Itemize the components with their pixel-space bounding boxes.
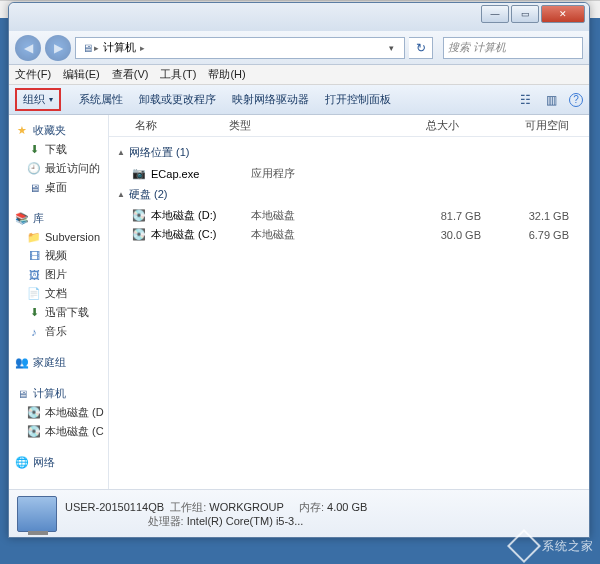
sidebar-item-recent[interactable]: 🕘最近访问的 — [9, 159, 108, 178]
preview-pane-icon[interactable]: ▥ — [543, 92, 559, 108]
item-name: 本地磁盘 (C:) — [151, 227, 251, 242]
back-button[interactable]: ◀ — [15, 35, 41, 61]
map-network-drive-button[interactable]: 映射网络驱动器 — [224, 92, 317, 107]
sidebar-item-label: 图片 — [45, 267, 67, 282]
sidebar-item-documents[interactable]: 📄文档 — [9, 284, 108, 303]
system-properties-button[interactable]: 系统属性 — [71, 92, 131, 107]
view-mode-icon[interactable]: ☷ — [517, 92, 533, 108]
library-icon: 📚 — [15, 212, 29, 226]
column-total-size[interactable]: 总大小 — [349, 118, 469, 133]
drive-icon: 💽 — [27, 425, 41, 439]
download-icon: ⬇ — [27, 143, 41, 157]
menu-file[interactable]: 文件(F) — [15, 67, 51, 82]
video-icon: 🎞 — [27, 249, 41, 263]
item-type: 应用程序 — [251, 166, 371, 181]
address-dropdown[interactable]: ▾ — [382, 43, 400, 53]
group-network-location[interactable]: ▲网络位置 (1) — [109, 141, 589, 164]
item-type: 本地磁盘 — [251, 208, 371, 223]
sidebar-item-label: 本地磁盘 (D — [45, 405, 104, 420]
help-icon[interactable]: ? — [569, 93, 583, 107]
refresh-button[interactable]: ↻ — [409, 37, 433, 59]
menu-help[interactable]: 帮助(H) — [208, 67, 245, 82]
minimize-button[interactable]: — — [481, 5, 509, 23]
memory-label: 内存: — [299, 501, 324, 513]
sidebar-item-label: 下载 — [45, 142, 67, 157]
details-pane: USER-20150114QB 工作组: WORKGROUP 内存: 4.00 … — [9, 489, 589, 537]
column-free-space[interactable]: 可用空间 — [469, 118, 589, 133]
details-info: USER-20150114QB 工作组: WORKGROUP 内存: 4.00 … — [65, 500, 367, 528]
network-icon: 🌐 — [15, 456, 29, 470]
sidebar-item-music[interactable]: ♪音乐 — [9, 322, 108, 341]
list-item-ecap[interactable]: 📷 ECap.exe 应用程序 — [109, 164, 589, 183]
menu-tools[interactable]: 工具(T) — [160, 67, 196, 82]
navigation-pane: ★收藏夹 ⬇下载 🕘最近访问的 🖥桌面 📚库 📁Subversion 🎞视频 🖼… — [9, 115, 109, 489]
music-icon: ♪ — [27, 325, 41, 339]
sidebar-item-label: 迅雷下载 — [45, 305, 89, 320]
sidebar-item-drive-d[interactable]: 💽本地磁盘 (D — [9, 403, 108, 422]
column-name[interactable]: 名称 — [109, 118, 229, 133]
sidebar-item-desktop[interactable]: 🖥桌面 — [9, 178, 108, 197]
sidebar-item-xunlei[interactable]: ⬇迅雷下载 — [9, 303, 108, 322]
sidebar-item-downloads[interactable]: ⬇下载 — [9, 140, 108, 159]
homegroup-icon: 👥 — [15, 356, 29, 370]
search-input[interactable]: 搜索 计算机 — [443, 37, 583, 59]
address-bar[interactable]: 🖥 ▸ 计算机 ▸ ▾ — [75, 37, 405, 59]
maximize-button[interactable]: ▭ — [511, 5, 539, 23]
toolbar: 组织 ▾ 系统属性 卸载或更改程序 映射网络驱动器 打开控制面板 ☷ ▥ ? — [9, 85, 589, 115]
organize-button[interactable]: 组织 ▾ — [15, 88, 61, 111]
search-placeholder: 搜索 计算机 — [448, 40, 506, 55]
download-icon: ⬇ — [27, 306, 41, 320]
sidebar-favorites[interactable]: ★收藏夹 — [9, 121, 108, 140]
sidebar-label: 网络 — [33, 455, 55, 470]
sidebar-network[interactable]: 🌐网络 — [9, 453, 108, 472]
menu-view[interactable]: 查看(V) — [112, 67, 149, 82]
sidebar-item-videos[interactable]: 🎞视频 — [9, 246, 108, 265]
processor-label: 处理器: — [148, 515, 184, 527]
column-type[interactable]: 类型 — [229, 118, 349, 133]
sidebar-item-label: 本地磁盘 (C — [45, 424, 104, 439]
chevron-down-icon: ▾ — [49, 95, 53, 104]
item-name: 本地磁盘 (D:) — [151, 208, 251, 223]
collapse-icon: ▲ — [117, 190, 125, 199]
group-label: 网络位置 (1) — [129, 145, 190, 160]
desktop-icon: 🖥 — [27, 181, 41, 195]
list-item-drive-d[interactable]: 💽 本地磁盘 (D:) 本地磁盘 81.7 GB 32.1 GB — [109, 206, 589, 225]
computer-large-icon — [17, 496, 57, 532]
breadcrumb-sep: ▸ — [140, 43, 145, 53]
item-list: ▲网络位置 (1) 📷 ECap.exe 应用程序 ▲硬盘 (2) 💽 本地磁盘… — [109, 137, 589, 489]
workgroup-value: WORKGROUP — [209, 501, 283, 513]
forward-button[interactable]: ▶ — [45, 35, 71, 61]
computer-name: USER-20150114QB — [65, 501, 164, 513]
sidebar-computer[interactable]: 🖥计算机 — [9, 384, 108, 403]
explorer-window: — ▭ ✕ ◀ ▶ 🖥 ▸ 计算机 ▸ ▾ ↻ 搜索 计算机 文件(F) 编辑(… — [8, 2, 590, 538]
sidebar-homegroup[interactable]: 👥家庭组 — [9, 353, 108, 372]
uninstall-program-button[interactable]: 卸载或更改程序 — [131, 92, 224, 107]
nav-bar: ◀ ▶ 🖥 ▸ 计算机 ▸ ▾ ↻ 搜索 计算机 — [9, 31, 589, 65]
group-label: 硬盘 (2) — [129, 187, 168, 202]
sidebar-item-label: 文档 — [45, 286, 67, 301]
breadcrumb-computer[interactable]: 计算机 — [99, 40, 140, 55]
camera-icon: 📷 — [131, 167, 147, 181]
main-panel: 名称 类型 总大小 可用空间 ▲网络位置 (1) 📷 ECap.exe 应用程序… — [109, 115, 589, 489]
recent-icon: 🕘 — [27, 162, 41, 176]
sidebar-item-pictures[interactable]: 🖼图片 — [9, 265, 108, 284]
sidebar-item-subversion[interactable]: 📁Subversion — [9, 228, 108, 246]
sidebar-item-label: 桌面 — [45, 180, 67, 195]
sidebar-label: 计算机 — [33, 386, 66, 401]
menu-edit[interactable]: 编辑(E) — [63, 67, 100, 82]
house-icon — [507, 529, 541, 563]
item-name: ECap.exe — [151, 168, 251, 180]
drive-icon: 💽 — [131, 209, 147, 223]
item-total-size: 30.0 GB — [371, 229, 491, 241]
titlebar: — ▭ ✕ — [9, 3, 589, 31]
sidebar-libraries[interactable]: 📚库 — [9, 209, 108, 228]
menu-bar: 文件(F) 编辑(E) 查看(V) 工具(T) 帮助(H) — [9, 65, 589, 85]
organize-label: 组织 — [23, 92, 45, 107]
open-control-panel-button[interactable]: 打开控制面板 — [317, 92, 399, 107]
computer-icon: 🖥 — [80, 41, 94, 55]
item-free-space: 32.1 GB — [491, 210, 589, 222]
group-hard-disks[interactable]: ▲硬盘 (2) — [109, 183, 589, 206]
close-button[interactable]: ✕ — [541, 5, 585, 23]
sidebar-item-drive-c[interactable]: 💽本地磁盘 (C — [9, 422, 108, 441]
list-item-drive-c[interactable]: 💽 本地磁盘 (C:) 本地磁盘 30.0 GB 6.79 GB — [109, 225, 589, 244]
